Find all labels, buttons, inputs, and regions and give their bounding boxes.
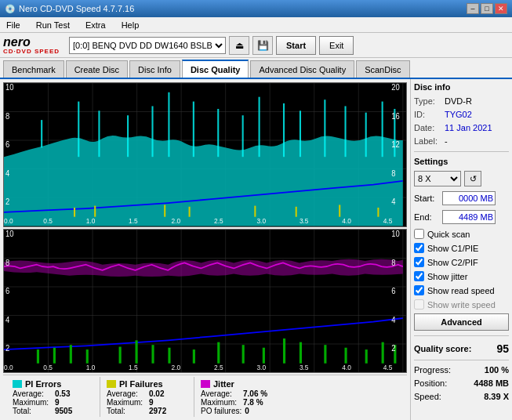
show-read-speed-checkbox[interactable] xyxy=(414,285,424,295)
start-mb-input[interactable] xyxy=(442,191,496,205)
svg-text:0.0: 0.0 xyxy=(4,217,13,226)
disc-type-label: Type: xyxy=(414,96,441,106)
pi-errors-total-label: Total: xyxy=(13,407,52,415)
divider-3 xyxy=(414,360,509,360)
svg-text:2.0: 2.0 xyxy=(172,363,181,371)
exit-button[interactable]: Exit xyxy=(319,36,354,55)
speed-row: 8 X ↺ xyxy=(414,171,509,186)
svg-rect-81 xyxy=(151,345,154,364)
disc-id-label: ID: xyxy=(414,110,441,119)
main-content: 10 8 6 4 2 20 16 12 8 4 0.0 0.5 1.0 1.5 … xyxy=(0,79,512,420)
svg-rect-84 xyxy=(217,342,220,363)
pi-errors-total-value: 9505 xyxy=(55,407,72,415)
svg-rect-34 xyxy=(164,205,165,216)
pi-failures-max-value: 9 xyxy=(149,398,154,407)
end-mb-row: End: xyxy=(414,210,509,224)
tab-scandisc[interactable]: ScanDisc xyxy=(356,60,409,78)
tab-advanced-disc-quality[interactable]: Advanced Disc Quality xyxy=(250,60,354,78)
start-button[interactable]: Start xyxy=(276,36,316,55)
svg-text:4.0: 4.0 xyxy=(342,217,351,226)
app-icon: 💿 xyxy=(5,4,16,14)
eject-button[interactable]: ⏏ xyxy=(229,36,249,55)
show-jitter-row: Show jitter xyxy=(414,271,509,281)
right-panel: Disc info Type: DVD-R ID: TYG02 Date: 11… xyxy=(410,79,512,420)
svg-text:4: 4 xyxy=(391,315,396,324)
svg-rect-27 xyxy=(324,100,325,157)
divider-1 xyxy=(414,151,509,152)
jitter-color xyxy=(201,380,210,388)
show-c2-label[interactable]: Show C2/PIF xyxy=(427,258,478,267)
close-button[interactable]: ✕ xyxy=(495,3,507,14)
quick-scan-label[interactable]: Quick scan xyxy=(427,230,470,239)
svg-rect-78 xyxy=(86,349,89,364)
quick-scan-row: Quick scan xyxy=(414,229,509,239)
show-write-speed-checkbox[interactable] xyxy=(414,299,424,310)
disc-label-row: Label: - xyxy=(414,136,509,146)
legend-jitter-title: Jitter xyxy=(201,379,282,389)
legend-pi-errors: PI Errors Average: 0.53 Maximum: 9 Total… xyxy=(6,377,100,417)
svg-rect-80 xyxy=(136,340,138,363)
minimize-button[interactable]: – xyxy=(467,3,479,14)
svg-text:3.5: 3.5 xyxy=(300,363,309,371)
show-jitter-label[interactable]: Show jitter xyxy=(427,272,467,281)
menu-file[interactable]: File xyxy=(3,20,24,31)
svg-text:6: 6 xyxy=(5,140,10,150)
position-label: Position: xyxy=(414,378,447,388)
save-button[interactable]: 💾 xyxy=(252,36,273,55)
pi-errors-avg-label: Average: xyxy=(13,389,52,398)
legend-pi-errors-title: PI Errors xyxy=(13,379,93,389)
refresh-button[interactable]: ↺ xyxy=(464,171,481,186)
pi-failures-avg-value: 0.02 xyxy=(149,389,164,398)
legend-jitter: Jitter Average: 7.06 % Maximum: 7.8 % PO… xyxy=(194,377,289,417)
drive-selector[interactable]: [0:0] BENQ DVD DD DW1640 BSLB xyxy=(69,37,226,54)
title-bar-title: 💿 Nero CD-DVD Speed 4.7.7.16 xyxy=(5,4,134,14)
show-c1-label[interactable]: Show C1/PIE xyxy=(427,244,478,253)
pi-failures-avg-label: Average: xyxy=(107,389,146,398)
svg-text:0.5: 0.5 xyxy=(43,363,53,371)
svg-rect-88 xyxy=(300,342,302,363)
svg-rect-89 xyxy=(324,345,326,364)
quick-scan-checkbox[interactable] xyxy=(414,229,424,239)
tab-create-disc[interactable]: Create Disc xyxy=(66,60,128,78)
jitter-max-label: Maximum: xyxy=(201,398,240,407)
position-value: 4488 MB xyxy=(474,378,509,388)
svg-text:10: 10 xyxy=(391,230,400,239)
jitter-label: Jitter xyxy=(213,379,234,389)
svg-text:10: 10 xyxy=(5,230,14,239)
svg-rect-16 xyxy=(78,102,79,158)
menu-help[interactable]: Help xyxy=(118,20,143,31)
show-c1-checkbox[interactable] xyxy=(414,243,424,253)
maximize-button[interactable]: □ xyxy=(481,3,493,14)
quality-score-value: 95 xyxy=(496,342,509,355)
svg-text:4: 4 xyxy=(5,168,10,178)
disc-id-value: TYG02 xyxy=(445,110,472,119)
end-mb-input[interactable] xyxy=(442,210,496,224)
svg-rect-19 xyxy=(151,106,153,157)
svg-text:0.0: 0.0 xyxy=(4,363,13,371)
progress-row: Progress: 100 % xyxy=(414,365,509,375)
svg-text:2.5: 2.5 xyxy=(214,363,223,371)
pi-failures-label: PI Failures xyxy=(119,379,163,389)
disc-date-row: Date: 11 Jan 2021 xyxy=(414,123,509,132)
disc-date-label: Date: xyxy=(414,123,441,132)
svg-rect-35 xyxy=(189,207,191,217)
show-c2-checkbox[interactable] xyxy=(414,257,424,267)
svg-rect-86 xyxy=(263,347,265,363)
pi-failures-max-label: Maximum: xyxy=(107,398,146,407)
tab-benchmark[interactable]: Benchmark xyxy=(3,60,64,78)
svg-rect-25 xyxy=(283,103,285,157)
svg-text:4: 4 xyxy=(5,315,10,324)
menu-run-test[interactable]: Run Test xyxy=(33,20,73,31)
tab-disc-quality[interactable]: Disc Quality xyxy=(182,60,249,78)
show-read-speed-label[interactable]: Show read speed xyxy=(427,286,495,295)
show-write-speed-label: Show write speed xyxy=(427,300,496,310)
svg-text:10: 10 xyxy=(5,83,14,92)
menu-extra[interactable]: Extra xyxy=(82,20,109,31)
tab-disc-info[interactable]: Disc Info xyxy=(129,60,180,78)
svg-rect-79 xyxy=(119,346,122,363)
speed-selector[interactable]: 8 X xyxy=(414,171,461,186)
advanced-button[interactable]: Advanced xyxy=(414,313,509,331)
svg-text:8: 8 xyxy=(5,258,10,267)
svg-rect-77 xyxy=(70,345,72,364)
show-jitter-checkbox[interactable] xyxy=(414,271,424,281)
